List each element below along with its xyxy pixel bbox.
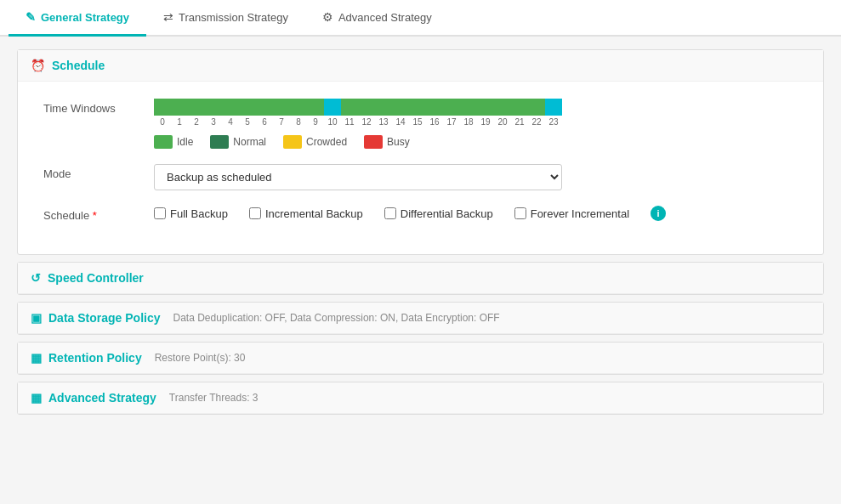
time-segment-0[interactable]: [154, 99, 171, 116]
tab-general-label: General Strategy: [41, 11, 129, 24]
time-segment-16[interactable]: [426, 99, 443, 116]
time-label-8: 8: [290, 117, 307, 127]
time-label-16: 16: [426, 117, 443, 127]
forever-incremental-checkbox[interactable]: [514, 207, 526, 219]
time-label-6: 6: [256, 117, 273, 127]
time-segment-22[interactable]: [528, 99, 545, 116]
data-storage-card: ▣ Data Storage Policy Data Deduplication…: [17, 302, 824, 335]
time-segment-8[interactable]: [290, 99, 307, 116]
time-label-10: 10: [324, 117, 341, 127]
transmission-tab-icon: ⇄: [163, 10, 173, 24]
time-segment-11[interactable]: [341, 99, 358, 116]
tab-advanced-label: Advanced Strategy: [338, 11, 432, 24]
time-label-9: 9: [307, 117, 324, 127]
time-segment-13[interactable]: [375, 99, 392, 116]
legend-idle-label: Idle: [177, 136, 193, 148]
tab-advanced[interactable]: ⚙ Advanced Strategy: [305, 0, 449, 37]
retention-policy-card: ▦ Retention Policy Restore Point(s): 30: [17, 342, 824, 375]
time-segment-21[interactable]: [511, 99, 528, 116]
time-segment-1[interactable]: [171, 99, 188, 116]
time-label-3: 3: [205, 117, 222, 127]
time-segment-17[interactable]: [443, 99, 460, 116]
speed-controller-label: Speed Controller: [48, 271, 144, 285]
time-segment-19[interactable]: [477, 99, 494, 116]
schedule-info-icon[interactable]: i: [651, 206, 666, 221]
incremental-backup-checkbox[interactable]: [249, 207, 261, 219]
time-segment-7[interactable]: [273, 99, 290, 116]
time-segment-10[interactable]: [324, 99, 341, 116]
general-tab-icon: ✎: [26, 10, 36, 24]
advanced-strategy-title-group: ▦ Advanced Strategy: [31, 391, 156, 405]
time-segment-15[interactable]: [409, 99, 426, 116]
speed-controller-card: ↺ Speed Controller: [17, 262, 824, 295]
mode-select[interactable]: Backup as scheduled Manual only Schedule…: [154, 164, 562, 190]
time-segment-9[interactable]: [307, 99, 324, 116]
forever-incremental-label: Forever Incremental: [531, 207, 629, 220]
time-windows-label: Time Windows: [43, 99, 154, 115]
time-segment-4[interactable]: [222, 99, 239, 116]
time-label-18: 18: [460, 117, 477, 127]
schedule-icon: ⏰: [31, 59, 45, 72]
tab-transmission-label: Transmission Strategy: [179, 11, 288, 24]
schedule-row: Schedule Full Backup Incremental Backup: [43, 206, 798, 222]
time-label-2: 2: [188, 117, 205, 127]
time-segment-6[interactable]: [256, 99, 273, 116]
legend-crowded: Crowded: [283, 135, 347, 149]
legend-busy: Busy: [364, 135, 410, 149]
time-label-20: 20: [494, 117, 511, 127]
speed-controller-title: ↺ Speed Controller: [31, 271, 144, 285]
differential-backup-checkbox[interactable]: [384, 207, 396, 219]
time-label-17: 17: [443, 117, 460, 127]
schedule-title: Schedule: [52, 59, 105, 72]
time-label-22: 22: [528, 117, 545, 127]
full-backup-option[interactable]: Full Backup: [154, 207, 228, 220]
advanced-strategy-header[interactable]: ▦ Advanced Strategy Transfer Threads: 3: [18, 382, 823, 414]
time-bar[interactable]: [154, 99, 562, 116]
schedule-checkboxes: Full Backup Incremental Backup Different…: [154, 206, 798, 221]
mode-label: Mode: [43, 164, 154, 180]
data-storage-label: Data Storage Policy: [48, 311, 161, 325]
time-label-21: 21: [511, 117, 528, 127]
advanced-tab-icon: ⚙: [322, 10, 333, 24]
retention-policy-icon: ▦: [31, 351, 42, 365]
differential-backup-option[interactable]: Differential Backup: [384, 207, 493, 220]
time-segment-20[interactable]: [494, 99, 511, 116]
data-storage-icon: ▣: [31, 311, 42, 325]
retention-policy-header[interactable]: ▦ Retention Policy Restore Point(s): 30: [18, 343, 823, 374]
data-storage-title-group: ▣ Data Storage Policy: [31, 311, 161, 325]
time-segment-23[interactable]: [545, 99, 562, 116]
schedule-label: Schedule: [43, 206, 154, 222]
time-windows-control: 01234567891011121314151617181920212223 I…: [154, 99, 798, 149]
time-label-7: 7: [273, 117, 290, 127]
retention-policy-title-group: ▦ Retention Policy: [31, 351, 142, 365]
retention-policy-label: Retention Policy: [48, 351, 142, 365]
incremental-backup-option[interactable]: Incremental Backup: [249, 207, 363, 220]
full-backup-label: Full Backup: [170, 207, 228, 220]
time-segment-3[interactable]: [205, 99, 222, 116]
time-segment-5[interactable]: [239, 99, 256, 116]
time-labels: 01234567891011121314151617181920212223: [154, 117, 562, 127]
advanced-strategy-label: Advanced Strategy: [48, 391, 156, 405]
data-storage-header[interactable]: ▣ Data Storage Policy Data Deduplication…: [18, 303, 823, 334]
schedule-body: Time Windows 012345678910111213141516171…: [18, 82, 823, 254]
schedule-options: Full Backup Incremental Backup Different…: [154, 206, 798, 221]
time-segment-14[interactable]: [392, 99, 409, 116]
time-segment-12[interactable]: [358, 99, 375, 116]
schedule-header[interactable]: ⏰ Schedule: [18, 50, 823, 82]
tab-general[interactable]: ✎ General Strategy: [9, 0, 146, 37]
full-backup-checkbox[interactable]: [154, 207, 166, 219]
time-windows-row: Time Windows 012345678910111213141516171…: [43, 99, 798, 149]
time-segment-18[interactable]: [460, 99, 477, 116]
time-label-13: 13: [375, 117, 392, 127]
speed-controller-header[interactable]: ↺ Speed Controller: [18, 263, 823, 294]
main-content: ⏰ Schedule Time Windows 0123456789101112…: [0, 37, 841, 434]
time-segment-2[interactable]: [188, 99, 205, 116]
legend-normal: Normal: [210, 135, 266, 149]
incremental-backup-label: Incremental Backup: [265, 207, 363, 220]
forever-incremental-option[interactable]: Forever Incremental: [514, 207, 629, 220]
mode-control: Backup as scheduled Manual only Schedule…: [154, 164, 798, 190]
advanced-strategy-icon: ▦: [31, 391, 42, 405]
legend-normal-label: Normal: [233, 136, 266, 148]
data-storage-summary: Data Deduplication: OFF, Data Compressio…: [173, 312, 500, 324]
tab-transmission[interactable]: ⇄ Transmission Strategy: [146, 0, 305, 37]
